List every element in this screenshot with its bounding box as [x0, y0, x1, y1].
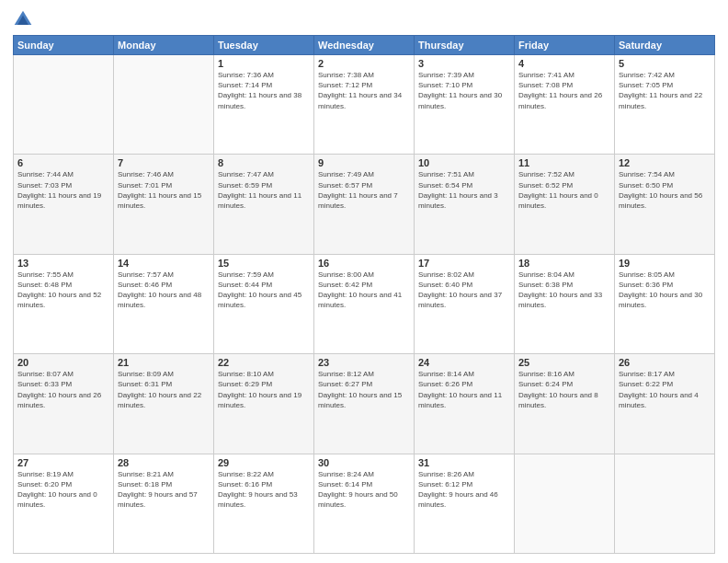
calendar-cell: 20Sunrise: 8:07 AM Sunset: 6:33 PM Dayli… [14, 354, 114, 454]
header [13, 9, 715, 29]
day-number: 7 [118, 157, 210, 168]
day-number: 28 [118, 457, 210, 468]
day-number: 22 [218, 357, 310, 368]
day-info: Sunrise: 7:42 AM Sunset: 7:05 PM Dayligh… [619, 70, 711, 111]
calendar-cell: 27Sunrise: 8:19 AM Sunset: 6:20 PM Dayli… [14, 454, 114, 553]
day-info: Sunrise: 7:57 AM Sunset: 6:46 PM Dayligh… [118, 270, 210, 311]
day-info: Sunrise: 7:44 AM Sunset: 7:03 PM Dayligh… [17, 169, 109, 211]
day-number: 23 [318, 357, 410, 368]
day-number: 30 [318, 457, 410, 468]
day-number: 3 [418, 58, 510, 69]
weekday-header: Friday [515, 36, 615, 55]
weekday-header: Tuesday [214, 36, 314, 55]
day-info: Sunrise: 8:19 AM Sunset: 6:20 PM Dayligh… [17, 469, 109, 511]
day-info: Sunrise: 8:07 AM Sunset: 6:33 PM Dayligh… [17, 369, 109, 410]
calendar-table: SundayMondayTuesdayWednesdayThursdayFrid… [13, 35, 715, 554]
calendar-cell: 15Sunrise: 7:59 AM Sunset: 6:44 PM Dayli… [214, 254, 314, 353]
day-info: Sunrise: 8:14 AM Sunset: 6:26 PM Dayligh… [418, 369, 510, 410]
day-info: Sunrise: 8:04 AM Sunset: 6:38 PM Dayligh… [518, 270, 610, 311]
calendar-cell [14, 55, 114, 155]
day-number: 16 [318, 258, 410, 269]
day-number: 26 [619, 357, 711, 368]
calendar-week-row: 1Sunrise: 7:36 AM Sunset: 7:14 PM Daylig… [14, 55, 715, 155]
weekday-header: Wednesday [314, 36, 415, 55]
day-number: 9 [318, 157, 410, 168]
day-number: 10 [418, 157, 510, 168]
calendar-cell [515, 454, 615, 553]
day-info: Sunrise: 8:26 AM Sunset: 6:12 PM Dayligh… [418, 469, 510, 511]
weekday-header: Sunday [14, 36, 114, 55]
day-info: Sunrise: 7:59 AM Sunset: 6:44 PM Dayligh… [218, 270, 310, 311]
day-number: 24 [418, 357, 510, 368]
day-info: Sunrise: 7:55 AM Sunset: 6:48 PM Dayligh… [17, 270, 109, 311]
calendar-week-row: 13Sunrise: 7:55 AM Sunset: 6:48 PM Dayli… [14, 254, 715, 353]
calendar-week-row: 6Sunrise: 7:44 AM Sunset: 7:03 PM Daylig… [14, 155, 715, 254]
logo-icon [13, 9, 33, 29]
day-number: 13 [17, 258, 109, 269]
page: SundayMondayTuesdayWednesdayThursdayFrid… [0, 0, 728, 563]
day-number: 29 [218, 457, 310, 468]
calendar-cell: 25Sunrise: 8:16 AM Sunset: 6:24 PM Dayli… [515, 354, 615, 454]
day-info: Sunrise: 8:22 AM Sunset: 6:16 PM Dayligh… [218, 469, 310, 511]
calendar-cell: 16Sunrise: 8:00 AM Sunset: 6:42 PM Dayli… [314, 254, 415, 353]
day-number: 8 [218, 157, 310, 168]
day-info: Sunrise: 7:49 AM Sunset: 6:57 PM Dayligh… [318, 169, 410, 211]
day-number: 15 [218, 258, 310, 269]
day-info: Sunrise: 7:39 AM Sunset: 7:10 PM Dayligh… [418, 70, 510, 111]
calendar-week-row: 27Sunrise: 8:19 AM Sunset: 6:20 PM Dayli… [14, 454, 715, 553]
day-number: 14 [118, 258, 210, 269]
day-info: Sunrise: 7:54 AM Sunset: 6:50 PM Dayligh… [619, 169, 711, 211]
calendar-cell: 30Sunrise: 8:24 AM Sunset: 6:14 PM Dayli… [314, 454, 415, 553]
day-info: Sunrise: 7:52 AM Sunset: 6:52 PM Dayligh… [518, 169, 610, 211]
calendar-cell: 21Sunrise: 8:09 AM Sunset: 6:31 PM Dayli… [114, 354, 214, 454]
day-number: 2 [318, 58, 410, 69]
day-info: Sunrise: 8:12 AM Sunset: 6:27 PM Dayligh… [318, 369, 410, 410]
calendar-cell: 3Sunrise: 7:39 AM Sunset: 7:10 PM Daylig… [415, 55, 515, 155]
day-number: 31 [418, 457, 510, 468]
day-number: 11 [518, 157, 610, 168]
day-number: 4 [518, 58, 610, 69]
calendar-cell [114, 55, 214, 155]
calendar-cell: 5Sunrise: 7:42 AM Sunset: 7:05 PM Daylig… [615, 55, 715, 155]
calendar-cell [615, 454, 715, 553]
day-info: Sunrise: 7:46 AM Sunset: 7:01 PM Dayligh… [118, 169, 210, 211]
day-number: 21 [118, 357, 210, 368]
logo [13, 9, 37, 29]
day-number: 20 [17, 357, 109, 368]
day-info: Sunrise: 8:09 AM Sunset: 6:31 PM Dayligh… [118, 369, 210, 410]
calendar-cell: 11Sunrise: 7:52 AM Sunset: 6:52 PM Dayli… [515, 155, 615, 254]
day-info: Sunrise: 8:17 AM Sunset: 6:22 PM Dayligh… [619, 369, 711, 410]
day-info: Sunrise: 7:41 AM Sunset: 7:08 PM Dayligh… [518, 70, 610, 111]
day-info: Sunrise: 7:51 AM Sunset: 6:54 PM Dayligh… [418, 169, 510, 211]
day-info: Sunrise: 8:05 AM Sunset: 6:36 PM Dayligh… [619, 270, 711, 311]
day-info: Sunrise: 8:21 AM Sunset: 6:18 PM Dayligh… [118, 469, 210, 511]
calendar-cell: 1Sunrise: 7:36 AM Sunset: 7:14 PM Daylig… [214, 55, 314, 155]
day-number: 1 [218, 58, 310, 69]
calendar-cell: 24Sunrise: 8:14 AM Sunset: 6:26 PM Dayli… [415, 354, 515, 454]
day-info: Sunrise: 7:36 AM Sunset: 7:14 PM Dayligh… [218, 70, 310, 111]
calendar-cell: 18Sunrise: 8:04 AM Sunset: 6:38 PM Dayli… [515, 254, 615, 353]
calendar-cell: 12Sunrise: 7:54 AM Sunset: 6:50 PM Dayli… [615, 155, 715, 254]
day-number: 6 [17, 157, 109, 168]
day-number: 17 [418, 258, 510, 269]
day-info: Sunrise: 8:16 AM Sunset: 6:24 PM Dayligh… [518, 369, 610, 410]
calendar-cell: 10Sunrise: 7:51 AM Sunset: 6:54 PM Dayli… [415, 155, 515, 254]
calendar-cell: 14Sunrise: 7:57 AM Sunset: 6:46 PM Dayli… [114, 254, 214, 353]
calendar-cell: 13Sunrise: 7:55 AM Sunset: 6:48 PM Dayli… [14, 254, 114, 353]
calendar-cell: 26Sunrise: 8:17 AM Sunset: 6:22 PM Dayli… [615, 354, 715, 454]
calendar-cell: 29Sunrise: 8:22 AM Sunset: 6:16 PM Dayli… [214, 454, 314, 553]
day-info: Sunrise: 7:47 AM Sunset: 6:59 PM Dayligh… [218, 169, 310, 211]
calendar-cell: 19Sunrise: 8:05 AM Sunset: 6:36 PM Dayli… [615, 254, 715, 353]
day-info: Sunrise: 8:02 AM Sunset: 6:40 PM Dayligh… [418, 270, 510, 311]
calendar-cell: 9Sunrise: 7:49 AM Sunset: 6:57 PM Daylig… [314, 155, 415, 254]
calendar-header-row: SundayMondayTuesdayWednesdayThursdayFrid… [14, 36, 715, 55]
day-number: 12 [619, 157, 711, 168]
day-info: Sunrise: 8:10 AM Sunset: 6:29 PM Dayligh… [218, 369, 310, 410]
day-number: 19 [619, 258, 711, 269]
calendar-cell: 2Sunrise: 7:38 AM Sunset: 7:12 PM Daylig… [314, 55, 415, 155]
day-info: Sunrise: 8:24 AM Sunset: 6:14 PM Dayligh… [318, 469, 410, 511]
weekday-header: Monday [114, 36, 214, 55]
calendar-cell: 31Sunrise: 8:26 AM Sunset: 6:12 PM Dayli… [415, 454, 515, 553]
calendar-cell: 7Sunrise: 7:46 AM Sunset: 7:01 PM Daylig… [114, 155, 214, 254]
calendar-cell: 8Sunrise: 7:47 AM Sunset: 6:59 PM Daylig… [214, 155, 314, 254]
